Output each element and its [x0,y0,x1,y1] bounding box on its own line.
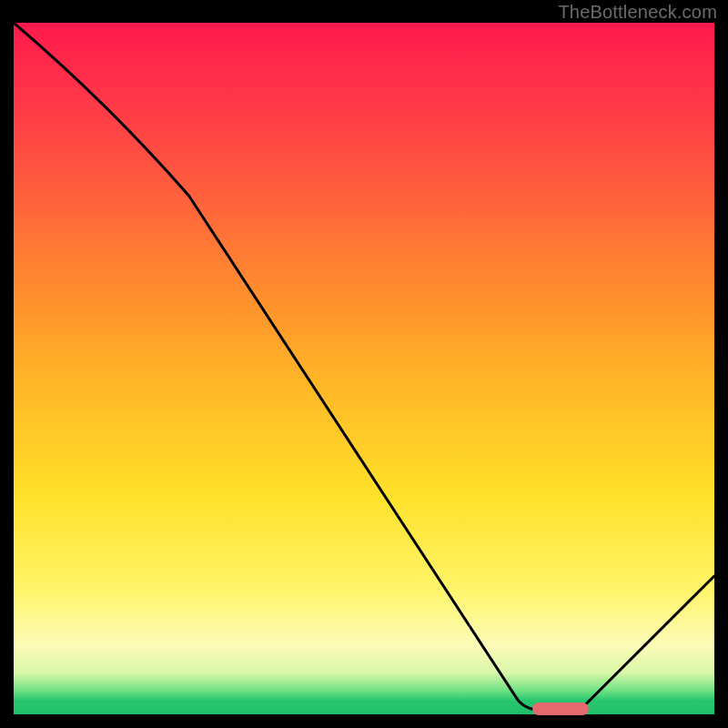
bottleneck-curve [14,23,714,714]
chart-frame [14,23,714,714]
optimal-range-marker [532,703,589,715]
watermark-text: TheBottleneck.com [558,2,717,23]
plot-area [14,23,714,714]
